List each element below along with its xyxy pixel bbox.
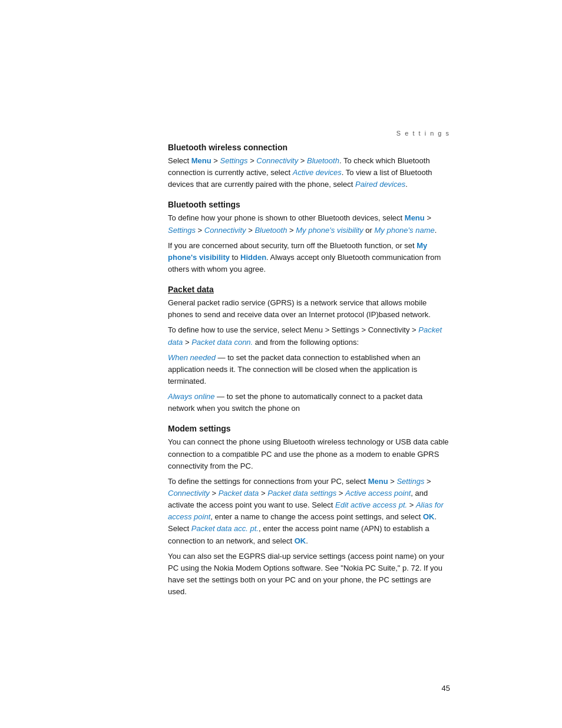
bluetooth-wireless-title: Bluetooth wireless connection (168, 143, 450, 152)
link-active-access-point: Active access point (345, 489, 411, 498)
modem-settings-title: Modem settings (168, 424, 450, 433)
link-settings-2: Settings (168, 226, 196, 235)
modem-settings-para1: You can connect the phone using Bluetoot… (168, 436, 450, 472)
packet-data-title: Packet data (168, 285, 450, 294)
packet-data-bullet2: Always online — to set the phone to auto… (168, 391, 450, 414)
section-bluetooth-settings: Bluetooth settings To define how your ph… (168, 200, 450, 275)
modem-settings-para2: To define the settings for connections f… (168, 476, 450, 547)
link-menu-2: Menu (405, 213, 425, 222)
link-paired-devices: Paired devices (355, 180, 405, 189)
link-connectivity-3: Connectivity (168, 489, 210, 498)
page-number: 45 (442, 684, 450, 693)
link-packet-data-settings: Packet data settings (267, 489, 336, 498)
bluetooth-wireless-para1: Select Menu > Settings > Connectivity > … (168, 155, 450, 190)
link-always-online: Always online (168, 392, 215, 401)
link-edit-active-access-pt: Edit active access pt. (335, 500, 407, 509)
link-packet-data-2: Packet data (219, 489, 259, 498)
link-active-devices: Active devices (293, 168, 342, 177)
page: S e t t i n g s Bluetooth wireless conne… (0, 0, 562, 728)
section-label: S e t t i n g s (396, 130, 450, 137)
modem-settings-para3: You can also set the EGPRS dial-up servi… (168, 551, 450, 598)
section-packet-data: Packet data General packet radio service… (168, 285, 450, 414)
link-my-phone-visibility-2: My phone's visibility (168, 241, 427, 262)
link-bluetooth-1: Bluetooth (307, 156, 339, 165)
packet-data-para1: General packet radio service (GPRS) is a… (168, 297, 450, 321)
link-settings-1: Settings (220, 156, 248, 165)
link-connectivity-1: Connectivity (256, 156, 298, 165)
link-settings-3: Settings (396, 477, 424, 486)
link-when-needed: When needed (168, 353, 216, 362)
section-bluetooth-wireless: Bluetooth wireless connection Select Men… (168, 143, 450, 190)
packet-data-bullet1: When needed — to set the packet data con… (168, 352, 450, 387)
section-header: S e t t i n g s (0, 0, 562, 143)
packet-data-para2: To define how to use the service, select… (168, 324, 450, 348)
link-menu-3: Menu (368, 477, 388, 486)
link-menu-1: Menu (191, 156, 211, 165)
link-ok-2: OK (295, 536, 306, 545)
bluetooth-settings-para1: To define how your phone is shown to oth… (168, 212, 450, 236)
link-ok-1: OK (423, 512, 435, 521)
link-my-phone-visibility: My phone's visibility (296, 226, 363, 235)
link-packet-data-conn: Packet data conn. (191, 338, 253, 347)
link-my-phone-name: My phone's name (374, 226, 434, 235)
page-content: Bluetooth wireless connection Select Men… (0, 143, 562, 598)
section-modem-settings: Modem settings You can connect the phone… (168, 424, 450, 598)
link-packet-data-acc-pt: Packet data acc. pt. (191, 524, 259, 533)
bluetooth-settings-title: Bluetooth settings (168, 200, 450, 209)
bluetooth-settings-para2: If you are concerned about security, tur… (168, 240, 450, 275)
link-hidden: Hidden (240, 253, 266, 262)
link-connectivity-2: Connectivity (204, 226, 246, 235)
link-bluetooth-2: Bluetooth (254, 226, 287, 235)
